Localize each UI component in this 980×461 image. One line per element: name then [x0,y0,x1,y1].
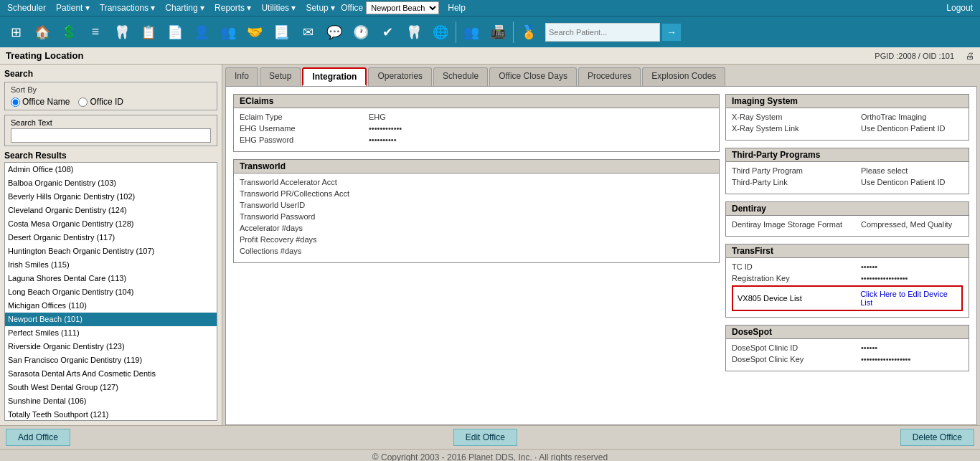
doc-icon[interactable]: 📄 [162,19,188,45]
clock-icon[interactable]: 🕐 [348,19,374,45]
third-party-section: Third-Party Programs Third Party Program… [725,148,969,194]
list-item[interactable]: San Francisco Organic Dentistry (119) [5,353,217,367]
sort-by-group: Sort By Office Name Office ID [4,82,217,110]
field-label: Transworld PR/Collections Acct [240,189,369,198]
fax-icon[interactable]: 📠 [485,19,511,45]
tab-explosion_codes[interactable]: Explosion Codes [642,67,725,86]
footer: © Copyright 2003 - 2016 Planet DDS, Inc.… [0,449,980,461]
field-label: EHG Password [240,136,369,144]
search-patient-input[interactable] [545,23,660,42]
list-item[interactable]: Balboa Organic Dentistry (103) [5,176,217,190]
left-col: EClaims Eclaim TypeEHGEHG Username••••••… [233,94,720,379]
chart-icon[interactable]: 📋 [136,19,161,45]
list-item[interactable]: Sunshine Dental (106) [5,394,217,408]
field-value: •••••••••••• [369,124,713,133]
nav-transactions[interactable]: Transactions ▾ [95,1,160,14]
dollar-icon[interactable]: 💲 [56,19,82,45]
list-item[interactable]: Michigan Offices (110) [5,299,217,313]
home-icon[interactable]: 🏠 [29,19,55,45]
list-item[interactable]: Irish Smiles (115) [5,258,217,272]
field-row: DoseSpot Clinic ID•••••• [732,343,963,352]
field-label: Third Party Program [732,166,861,175]
check-icon[interactable]: ✔ [374,19,400,45]
tab-info[interactable]: Info [225,67,258,86]
people-icon[interactable]: 👥 [215,19,241,45]
add-office-button[interactable]: Add Office [6,429,70,446]
imaging-section: Imaging System X-Ray SystemOrthoTrac Ima… [725,94,969,141]
tab-schedule[interactable]: Schedule [433,67,488,86]
field-row: X-Ray System LinkUse Denticon Patient ID [732,124,963,133]
nav-reports[interactable]: Reports ▾ [210,1,255,14]
nav-logout[interactable]: Logout [942,1,977,14]
nav-patient[interactable]: Patient ▾ [52,1,94,14]
list-item[interactable]: Perfect Smiles (111) [5,326,217,340]
print-icon[interactable]: 🖨 [966,51,974,61]
field-row: DoseSpot Clinic Key•••••••••••••••••• [732,355,963,363]
radio-office-id[interactable]: Office ID [78,97,123,107]
list-item[interactable]: Cleveland Organic Dentistry (124) [5,204,217,217]
person-icon[interactable]: 👤 [189,19,215,45]
tab-office_close_days[interactable]: Office Close Days [489,67,577,86]
field-value: Use Denticon Patient ID [861,178,963,186]
nav-utilities[interactable]: Utilities ▾ [257,1,300,14]
field-row: Third Party ProgramPlease select [732,166,963,175]
third-party-header: Third-Party Programs [726,148,969,162]
printer-doc-icon[interactable]: 📃 [268,19,294,45]
list-item[interactable]: Desert Organic Dentistry (117) [5,231,217,244]
search-text-input[interactable] [11,128,211,143]
list-item[interactable]: Admin Office (108) [5,163,217,176]
list-item[interactable]: Riverside Organic Dentistry (123) [5,340,217,353]
list-icon[interactable]: ≡ [83,19,108,45]
list-item[interactable]: Huntington Beach Organic Dentistry (107) [5,244,217,258]
vx805-link[interactable]: Click Here to Edit Device List [860,290,957,307]
tooth2-icon[interactable]: 🦷 [401,19,427,45]
page-title: Treating Location [6,50,83,61]
list-item[interactable]: Laguna Shores Dental Care (113) [5,272,217,285]
delete-office-button[interactable]: Delete Office [900,429,974,446]
list-item[interactable]: Totally Teeth Southport (121) [5,408,217,421]
envelope-icon[interactable]: ✉ [295,19,321,45]
list-item[interactable]: South West Dental Group (127) [5,381,217,394]
nav-setup[interactable]: Setup ▾ [301,1,339,14]
field-label: TC ID [732,262,861,271]
nav-scheduler[interactable]: Scheduler [3,1,50,14]
radio-office-name[interactable]: Office Name [11,97,70,107]
field-row: EHG Username•••••••••••• [240,124,713,133]
tab-integration[interactable]: Integration [302,67,367,86]
list-item[interactable]: Newport Beach (101) [5,313,217,326]
dentiray-header: Dentiray [726,202,969,216]
list-item[interactable]: Long Beach Organic Dentistry (104) [5,285,217,299]
dosespot-section: DoseSpot DoseSpot Clinic ID••••••DoseSpo… [725,325,969,371]
list-item[interactable]: Beverly Hills Organic Dentistry (102) [5,190,217,204]
search-text-label: Search Text [11,118,211,127]
list-item[interactable]: Costa Mesa Organic Dentistry (128) [5,217,217,231]
tab-setup[interactable]: Setup [260,67,301,86]
grid-icon[interactable]: ⊞ [3,19,29,45]
globe-icon[interactable]: 🌐 [428,19,453,45]
field-value: •••••••••••••••••• [861,355,963,363]
field-label: Dentiray Image Storage Format [732,220,861,229]
office-label: Office [341,3,363,13]
tab-operatories[interactable]: Operatories [368,67,432,86]
tooth-icon[interactable]: 🦷 [109,19,135,45]
imaging-header: Imaging System [726,95,969,108]
edit-office-button[interactable]: Edit Office [453,429,517,446]
msg-icon[interactable]: 💬 [321,19,347,45]
field-row: Eclaim TypeEHG [240,113,713,121]
search-patient-button[interactable]: → [661,23,682,42]
vx805-device-row[interactable]: VX805 Device ListClick Here to Edit Devi… [732,285,963,311]
field-row: X-Ray SystemOrthoTrac Imaging [732,113,963,121]
group-icon[interactable]: 👥 [458,19,484,45]
tab-procedures[interactable]: Procedures [578,67,641,86]
handshake-icon[interactable]: 🤝 [242,19,268,45]
field-label: Transworld UserID [240,201,369,209]
field-row: Dentiray Image Storage FormatCompressed,… [732,220,963,229]
nav-help[interactable]: Help [443,1,470,14]
right-panel: InfoSetupIntegrationOperatoriesScheduleO… [222,65,980,425]
list-item[interactable]: Sarasota Dental Arts And Cosmetic Dentis [5,367,217,381]
transfirst-section: TransFirst TC ID••••••Registration Key••… [725,244,969,318]
office-select[interactable]: Newport Beach [366,1,439,14]
nav-charting[interactable]: Charting ▾ [161,1,209,14]
medal-icon[interactable]: 🏅 [516,19,542,45]
sidebar-search-title: Search [4,69,217,79]
